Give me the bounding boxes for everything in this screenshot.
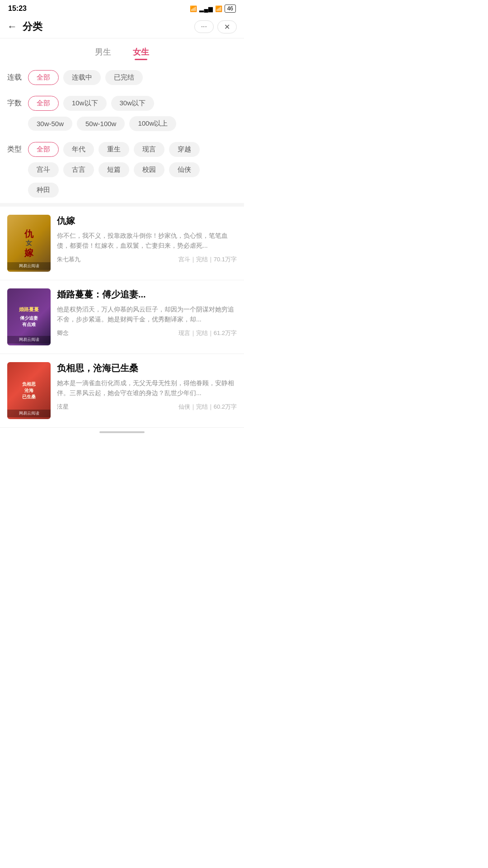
genre-chip-chongsheng[interactable]: 重生	[99, 142, 129, 157]
genre-chip-xianxia[interactable]: 仙侠	[169, 162, 200, 177]
wordcount-chip-under10w[interactable]: 10w以下	[63, 96, 107, 111]
book-desc-2: 他是权势滔天，万人仰慕的风云巨子，却因为一个阴谋对她穷追不舍，步步紧逼。她是财阀…	[57, 304, 237, 325]
gender-tabs: 男生 女生	[0, 38, 244, 65]
wordcount-chip-30w50w[interactable]: 30w-50w	[28, 117, 72, 131]
genre-filter-row: 类型 全部 年代 重生 现言 穿越	[7, 137, 237, 162]
book-tags-3: 仙侠｜完结｜60.2万字	[178, 403, 237, 411]
nav-actions: ··· ✕	[194, 20, 237, 33]
serial-chip-all[interactable]: 全部	[28, 70, 59, 85]
section-divider	[0, 203, 244, 207]
serial-filter-row: 连载 全部 连载中 已完结	[7, 65, 237, 90]
genre-chip-guyan[interactable]: 古言	[63, 162, 94, 177]
wordcount-chip-50w100w[interactable]: 50w-100w	[77, 117, 125, 131]
book-meta-2: 卿念 现言｜完结｜61.2万字	[57, 329, 237, 337]
bluetooth-icon: 📶	[190, 5, 197, 12]
wordcount-chip-over100w[interactable]: 100w以上	[129, 116, 176, 131]
book-cover-1: 仇 女 嫁 网易云阅读	[7, 215, 51, 272]
wordcount-chip-under30w[interactable]: 30w以下	[111, 96, 155, 111]
serial-chip-ongoing[interactable]: 连载中	[63, 70, 101, 85]
status-bar: 15:23 📶 ▂▄▆ 📶 46	[0, 0, 244, 15]
page-title: 分类	[23, 20, 194, 33]
battery-icon: 46	[225, 5, 236, 13]
book-title-3: 负相思，沧海已生桑	[57, 362, 237, 374]
book-item[interactable]: 婚路蔓蔓 傅少追妻有点难 网易云阅读 婚路蔓蔓：傅少追妻... 他是权势滔天，万…	[0, 280, 244, 354]
genre-chip-xianjian[interactable]: 现言	[134, 142, 164, 157]
genre-label: 类型	[7, 142, 23, 154]
serial-chip-finished[interactable]: 已完结	[105, 70, 143, 85]
genre-chips-row2: 宫斗 古言 短篇 校园 仙侠	[7, 162, 237, 183]
book-cover-2: 婚路蔓蔓 傅少追妻有点难 网易云阅读	[7, 288, 51, 345]
back-button[interactable]: ←	[7, 19, 21, 34]
book-author-1: 朱七慕九	[57, 255, 80, 264]
book-meta-3: 泫星 仙侠｜完结｜60.2万字	[57, 403, 237, 411]
book-author-3: 泫星	[57, 403, 69, 411]
filter-section: 连载 全部 连载中 已完结 字数 全部 10w以下 30w以下 30w-50w …	[0, 65, 244, 203]
close-button[interactable]: ✕	[217, 20, 237, 33]
wordcount-label: 字数	[7, 96, 23, 108]
book-cover-label-2: 网易云阅读	[7, 336, 51, 344]
book-info-2: 婚路蔓蔓：傅少追妻... 他是权势滔天，万人仰慕的风云巨子，却因为一个阴谋对她穷…	[57, 288, 237, 337]
book-desc-1: 你不仁，我不义，投靠政敌斗倒你！抄家仇，负心恨，笔笔血债，都要偿！红嫁衣，血双鬟…	[57, 231, 237, 251]
book-desc-3: 她本是一滴雀血衍化而成，无父无母无性别，得他眷顾，安静相伴。三界风云起，她会守在…	[57, 378, 237, 398]
genre-chip-duanpian[interactable]: 短篇	[99, 162, 129, 177]
book-author-2: 卿念	[57, 329, 69, 337]
wifi-icon: 📶	[215, 5, 222, 12]
wordcount-chips-row2: 30w-50w 50w-100w 100w以上	[7, 116, 237, 137]
book-title-1: 仇嫁	[57, 215, 237, 227]
book-item[interactable]: 仇 女 嫁 网易云阅读 仇嫁 你不仁，我不义，投靠政敌斗倒你！抄家仇，负心恨，笔…	[0, 207, 244, 280]
serial-chips: 全部 连载中 已完结	[28, 70, 237, 85]
book-item[interactable]: 负相思沧海已生桑 网易云阅读 负相思，沧海已生桑 她本是一滴雀血衍化而成，无父无…	[0, 354, 244, 428]
status-icons: 📶 ▂▄▆ 📶 46	[190, 5, 236, 13]
serial-label: 连载	[7, 70, 23, 82]
tab-male[interactable]: 男生	[95, 47, 111, 60]
book-info-3: 负相思，沧海已生桑 她本是一滴雀血衍化而成，无父无母无性别，得他眷顾，安静相伴。…	[57, 362, 237, 411]
book-tags-1: 宫斗｜完结｜70.1万字	[178, 255, 237, 264]
book-meta-1: 朱七慕九 宫斗｜完结｜70.1万字	[57, 255, 237, 264]
tab-female[interactable]: 女生	[133, 47, 149, 60]
book-info-1: 仇嫁 你不仁，我不义，投靠政敌斗倒你！抄家仇，负心恨，笔笔血债，都要偿！红嫁衣，…	[57, 215, 237, 264]
genre-chips-row1: 全部 年代 重生 现言 穿越	[28, 142, 237, 157]
genre-chip-xiaoyuan[interactable]: 校园	[134, 162, 164, 177]
genre-chip-niandai[interactable]: 年代	[63, 142, 94, 157]
book-title-2: 婚路蔓蔓：傅少追妻...	[57, 288, 237, 301]
wordcount-filter-row: 字数 全部 10w以下 30w以下	[7, 90, 237, 116]
book-cover-3: 负相思沧海已生桑 网易云阅读	[7, 362, 51, 419]
genre-chip-gongdou[interactable]: 宫斗	[28, 162, 59, 177]
book-cover-label-3: 网易云阅读	[7, 410, 51, 417]
genre-chip-all[interactable]: 全部	[28, 142, 59, 157]
bottom-bar	[0, 428, 244, 437]
book-list: 仇 女 嫁 网易云阅读 仇嫁 你不仁，我不义，投靠政敌斗倒你！抄家仇，负心恨，笔…	[0, 207, 244, 428]
nav-bar: ← 分类 ··· ✕	[0, 15, 244, 38]
genre-chips-row3: 种田	[7, 183, 237, 203]
book-tags-2: 现言｜完结｜61.2万字	[178, 329, 237, 337]
signal-icon: ▂▄▆	[199, 5, 212, 12]
book-cover-label-1: 网易云阅读	[7, 262, 51, 270]
genre-chip-chuanyue[interactable]: 穿越	[169, 142, 200, 157]
genre-chip-zhangtian[interactable]: 种田	[28, 183, 59, 198]
wordcount-chips-row1: 全部 10w以下 30w以下	[28, 96, 237, 111]
status-time: 15:23	[8, 5, 27, 13]
home-indicator	[99, 431, 145, 433]
more-button[interactable]: ···	[194, 20, 214, 33]
wordcount-chip-all[interactable]: 全部	[28, 96, 59, 111]
